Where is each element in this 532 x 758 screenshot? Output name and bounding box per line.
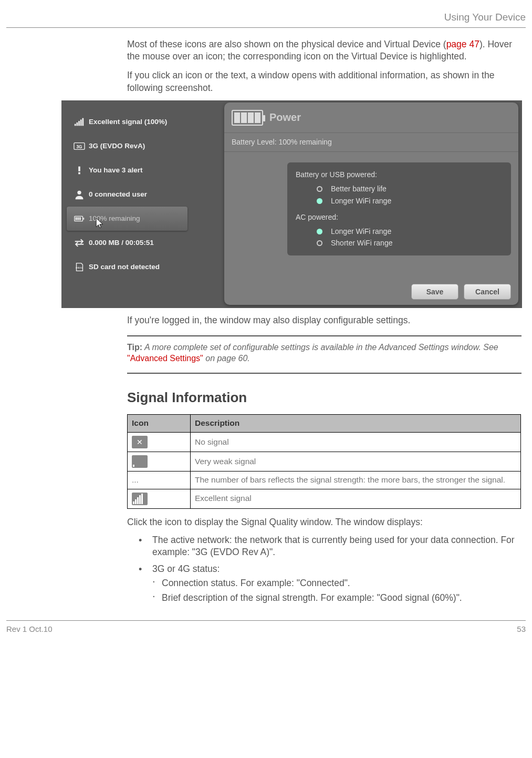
list-item: 3G or 4G status: Connection status. For … (139, 563, 521, 605)
after-screenshot-text: If you're logged in, the window may also… (127, 314, 521, 327)
status-network-label: 3G (EVDO RevA) (89, 141, 145, 151)
svg-rect-2 (78, 121, 80, 126)
svg-rect-14 (79, 217, 81, 220)
svg-rect-1 (77, 122, 78, 126)
option-label: Longer WiFi range (331, 227, 391, 237)
battery-usb-group-label: Battery or USB powered: (296, 170, 503, 180)
table-row: Excellent signal (128, 489, 521, 508)
status-users-label: 0 connected user (89, 190, 147, 199)
table-header-icon: Icon (128, 415, 191, 433)
svg-point-9 (77, 191, 81, 194)
tip-rule-bottom (127, 373, 521, 374)
status-row-users[interactable]: 0 connected user (70, 182, 208, 207)
tip-text-a: A more complete set of configurable sett… (142, 343, 498, 352)
list-item-label: 3G or 4G status: (152, 564, 220, 574)
page-47-link[interactable]: page 47 (446, 39, 479, 49)
ellipsis-cell: ... (128, 471, 191, 489)
signal-icon (70, 117, 89, 127)
svg-rect-8 (78, 172, 80, 175)
header-section-title: Using Your Device (6, 11, 526, 28)
user-icon (70, 189, 89, 200)
svg-rect-0 (75, 124, 76, 126)
footer-rev: Rev 1 Oct.10 (6, 624, 53, 634)
sd-icon: micro (70, 262, 89, 272)
3g-icon: 3G (70, 141, 89, 151)
cancel-button[interactable]: Cancel (464, 284, 511, 300)
tip-paragraph: Tip: A more complete set of configurable… (127, 342, 521, 364)
svg-rect-12 (76, 217, 77, 220)
list-subitem: Brief description of the signal strength… (152, 592, 521, 605)
tip-rule-top (127, 335, 521, 336)
no-signal-icon (132, 436, 148, 448)
table-desc: Very weak signal (191, 452, 521, 471)
svg-text:micro: micro (76, 266, 82, 269)
status-row-network[interactable]: 3G 3G (EVDO RevA) (70, 134, 208, 158)
status-sd-label: SD card not detected (89, 262, 160, 272)
svg-rect-4 (82, 118, 84, 126)
option-longer-wifi-2[interactable]: Longer WiFi range (317, 227, 503, 237)
radio-icon (317, 198, 322, 204)
status-signal-label: Excellent signal (100%) (89, 117, 167, 127)
power-panel: Power Battery Level: 100% remaining Batt… (224, 103, 518, 305)
intro-paragraph-2: If you click an icon or the text, a wind… (127, 69, 521, 94)
panel-subtitle: Battery Level: 100% remaining (224, 133, 518, 152)
option-better-battery[interactable]: Better battery life (317, 184, 503, 194)
weak-signal-icon (132, 455, 148, 468)
radio-icon (317, 229, 322, 234)
panel-title: Power (269, 110, 301, 125)
alert-icon (70, 165, 89, 176)
status-row-battery[interactable]: 100% remaining (67, 207, 187, 231)
table-desc: No signal (191, 432, 521, 452)
status-data-label: 0.000 MB / 00:05:51 (89, 238, 154, 248)
option-label: Longer WiFi range (331, 196, 391, 206)
advanced-settings-link[interactable]: "Advanced Settings" (127, 354, 203, 363)
status-row-signal[interactable]: Excellent signal (100%) (70, 110, 208, 134)
list-item: The active network: the network that is … (139, 534, 521, 559)
signal-icon-table: Icon Description No signal Very weak sig… (127, 414, 521, 509)
table-desc: Excellent signal (191, 489, 521, 508)
svg-text:3G: 3G (76, 145, 82, 149)
table-row: ... The number of bars reflects the sign… (128, 471, 521, 489)
radio-icon (317, 240, 322, 246)
data-icon (70, 238, 89, 248)
device-ui-screenshot: Excellent signal (100%) 3G 3G (EVDO RevA… (61, 100, 522, 308)
table-row: Very weak signal (128, 452, 521, 471)
footer-page-number: 53 (517, 624, 526, 634)
status-row-data[interactable]: 0.000 MB / 00:05:51 (70, 231, 208, 255)
intro-paragraph-1: Most of these icons are also shown on th… (127, 38, 521, 63)
radio-icon (317, 186, 322, 192)
table-row: No signal (128, 432, 521, 452)
intro-p1-text-a: Most of these icons are also shown on th… (127, 39, 446, 49)
save-button[interactable]: Save (411, 284, 458, 300)
tip-label: Tip: (127, 343, 142, 352)
cursor-icon (94, 217, 105, 230)
option-label: Better battery life (331, 184, 387, 194)
status-alert-label: You have 3 alert (89, 166, 143, 175)
excellent-signal-icon (132, 493, 148, 505)
signal-quality-intro: Click the icon to display the Signal Qua… (127, 516, 521, 529)
battery-icon (70, 213, 89, 224)
svg-rect-7 (78, 167, 80, 171)
list-subitem: Connection status. For example: "Connect… (152, 577, 521, 590)
tip-text-b: on page 60. (203, 354, 250, 363)
svg-rect-3 (80, 120, 82, 126)
ac-group-label: AC powered: (296, 212, 503, 222)
power-battery-icon (232, 110, 263, 126)
status-row-sd[interactable]: micro SD card not detected (70, 255, 208, 279)
table-desc: The number of bars reflects the signal s… (191, 471, 521, 489)
table-header-description: Description (191, 415, 521, 433)
svg-rect-11 (83, 218, 84, 220)
option-label: Shorter WiFi range (331, 238, 392, 248)
option-shorter-wifi[interactable]: Shorter WiFi range (317, 238, 503, 248)
signal-information-heading: Signal Information (127, 388, 526, 407)
svg-rect-13 (77, 217, 79, 220)
option-longer-wifi-1[interactable]: Longer WiFi range (317, 196, 503, 206)
status-row-alert[interactable]: You have 3 alert (70, 158, 208, 182)
